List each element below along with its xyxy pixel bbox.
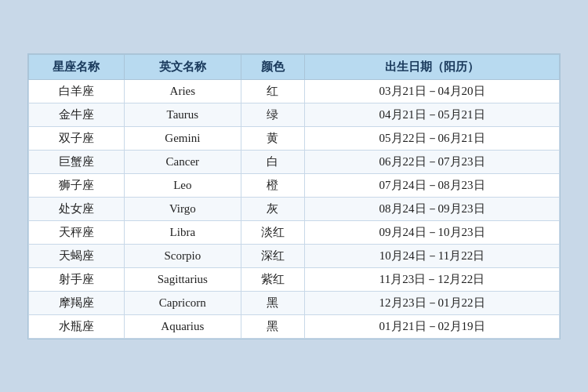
cell-en: Sagittarius <box>124 267 241 291</box>
header-en: 英文名称 <box>124 54 241 79</box>
cell-zh: 摩羯座 <box>29 291 125 314</box>
cell-zh: 天蝎座 <box>29 244 125 267</box>
cell-color: 橙 <box>241 173 304 197</box>
table-row: 巨蟹座Cancer白06月22日－07月23日 <box>29 150 560 173</box>
cell-en: Capricorn <box>124 291 241 314</box>
table-body: 白羊座Aries红03月21日－04月20日金牛座Taurus绿04月21日－0… <box>29 79 560 338</box>
cell-date: 04月21日－05月21日 <box>305 103 560 126</box>
cell-color: 黑 <box>241 291 304 314</box>
cell-zh: 处女座 <box>29 197 125 220</box>
table-row: 金牛座Taurus绿04月21日－05月21日 <box>29 103 560 126</box>
cell-en: Libra <box>124 220 241 244</box>
cell-color: 黄 <box>241 126 304 150</box>
cell-en: Gemini <box>124 126 241 150</box>
cell-date: 11月23日－12月22日 <box>305 267 560 291</box>
table-row: 白羊座Aries红03月21日－04月20日 <box>29 79 560 103</box>
table-row: 射手座Sagittarius紫红11月23日－12月22日 <box>29 267 560 291</box>
cell-color: 紫红 <box>241 267 304 291</box>
cell-zh: 白羊座 <box>29 79 125 103</box>
header-color: 颜色 <box>241 54 304 79</box>
zodiac-table: 星座名称 英文名称 颜色 出生日期（阳历） 白羊座Aries红03月21日－04… <box>28 54 560 339</box>
table-row: 狮子座Leo橙07月24日－08月23日 <box>29 173 560 197</box>
table-row: 水瓶座Aquarius黑01月21日－02月19日 <box>29 314 560 338</box>
cell-date: 10月24日－11月22日 <box>305 244 560 267</box>
cell-en: Virgo <box>124 197 241 220</box>
cell-color: 深红 <box>241 244 304 267</box>
cell-en: Aquarius <box>124 314 241 338</box>
cell-zh: 射手座 <box>29 267 125 291</box>
cell-zh: 巨蟹座 <box>29 150 125 173</box>
cell-en: Scorpio <box>124 244 241 267</box>
table-row: 摩羯座Capricorn黑12月23日－01月22日 <box>29 291 560 314</box>
table-row: 处女座Virgo灰08月24日－09月23日 <box>29 197 560 220</box>
table-row: 双子座Gemini黄05月22日－06月21日 <box>29 126 560 150</box>
cell-date: 06月22日－07月23日 <box>305 150 560 173</box>
cell-zh: 狮子座 <box>29 173 125 197</box>
cell-zh: 水瓶座 <box>29 314 125 338</box>
cell-date: 08月24日－09月23日 <box>305 197 560 220</box>
cell-en: Cancer <box>124 150 241 173</box>
table-row: 天秤座Libra淡红09月24日－10月23日 <box>29 220 560 244</box>
table-row: 天蝎座Scorpio深红10月24日－11月22日 <box>29 244 560 267</box>
cell-en: Aries <box>124 79 241 103</box>
cell-en: Taurus <box>124 103 241 126</box>
table-header-row: 星座名称 英文名称 颜色 出生日期（阳历） <box>29 54 560 79</box>
cell-date: 05月22日－06月21日 <box>305 126 560 150</box>
cell-date: 12月23日－01月22日 <box>305 291 560 314</box>
cell-color: 黑 <box>241 314 304 338</box>
cell-en: Leo <box>124 173 241 197</box>
cell-zh: 金牛座 <box>29 103 125 126</box>
cell-date: 07月24日－08月23日 <box>305 173 560 197</box>
cell-zh: 天秤座 <box>29 220 125 244</box>
cell-color: 淡红 <box>241 220 304 244</box>
cell-date: 01月21日－02月19日 <box>305 314 560 338</box>
cell-color: 白 <box>241 150 304 173</box>
header-zh: 星座名称 <box>29 54 125 79</box>
cell-color: 红 <box>241 79 304 103</box>
cell-date: 03月21日－04月20日 <box>305 79 560 103</box>
cell-color: 绿 <box>241 103 304 126</box>
zodiac-table-container: 星座名称 英文名称 颜色 出生日期（阳历） 白羊座Aries红03月21日－04… <box>27 53 561 339</box>
cell-zh: 双子座 <box>29 126 125 150</box>
header-date: 出生日期（阳历） <box>305 54 560 79</box>
cell-color: 灰 <box>241 197 304 220</box>
cell-date: 09月24日－10月23日 <box>305 220 560 244</box>
